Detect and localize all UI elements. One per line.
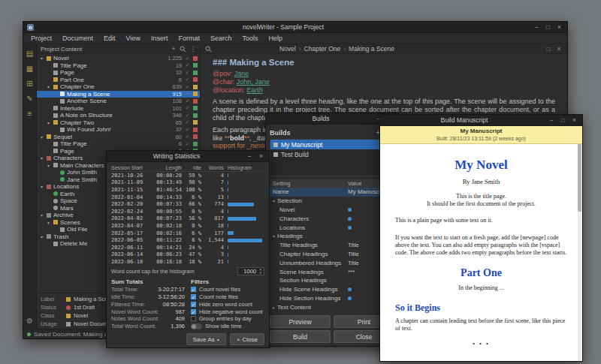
close-editor-icon[interactable]: × <box>555 45 563 53</box>
setting-title-headings[interactable]: Title HeadingsTitle <box>270 241 394 250</box>
stats-row[interactable]: 2022-01-0400:14:336 %13 <box>111 194 264 201</box>
build-item-test-build[interactable]: Test Build <box>270 149 394 159</box>
writing-stats-icon[interactable]: ≡ <box>28 110 32 118</box>
stats-row[interactable]: 2022-02-2400:00:550 %4 <box>111 208 264 215</box>
menu-edit[interactable]: Edit <box>98 33 121 44</box>
checkbox[interactable]: ✓ <box>191 302 196 307</box>
checkbox[interactable]: ✓ <box>191 287 196 292</box>
tree-item-chapter-two[interactable]: ▾Chapter Two65✓ <box>37 119 200 127</box>
more-options-icon[interactable]: ⋮ <box>190 44 197 53</box>
stats-row[interactable]: 2022-06-1800:16:1818 %21 <box>111 258 264 266</box>
build-manuscript-icon[interactable]: ✎ <box>26 95 32 103</box>
build-button[interactable]: Build <box>270 330 331 343</box>
builds-titlebar[interactable]: Builds − × <box>266 113 398 125</box>
build-item-my-manuscript[interactable]: My Manuscript <box>270 140 394 149</box>
idle-time-toggle[interactable] <box>191 323 202 329</box>
setting-selection[interactable]: ▾Selection <box>270 197 394 206</box>
close-icon[interactable]: × <box>257 152 265 161</box>
setting-unnumbered-headings[interactable]: Unnumbered HeadingsTitle <box>270 258 394 267</box>
menu-search[interactable]: Search <box>205 33 237 44</box>
breadcrumb-chapter[interactable]: Chapter One <box>304 45 341 53</box>
filter-show-idle-time[interactable]: Show idle time <box>191 323 264 330</box>
menu-format[interactable]: Format <box>173 33 205 44</box>
meta-value[interactable]: Earth <box>246 86 263 94</box>
settings-icon[interactable]: ⚙ <box>26 317 33 325</box>
tree-item-title-page[interactable]: Title Page19✓ <box>37 62 200 70</box>
stats-row[interactable]: 2021-11-0900:13:4998 %7 <box>111 179 264 187</box>
setting-hide-section-headings[interactable]: Hide Section Headings <box>270 294 394 303</box>
stats-row[interactable]: 2022-05-1700:02:166 %177 <box>111 230 264 237</box>
minimize-icon[interactable]: − <box>533 23 541 32</box>
minimize-icon[interactable]: − <box>246 152 254 161</box>
add-item-icon[interactable]: + <box>172 44 176 53</box>
spinner-arrows-icon[interactable]: ▴▾ <box>258 268 264 275</box>
menu-document[interactable]: Document <box>57 33 98 44</box>
setting-scene-headings[interactable]: Scene Headings*** <box>270 267 394 276</box>
tree-item-making-a-scene[interactable]: Making a Scene915✓ <box>37 91 200 98</box>
menu-help[interactable]: Help <box>264 33 288 44</box>
tree-item-sequel[interactable]: ▾Sequel60✓ <box>37 134 200 141</box>
preview-button[interactable]: Preview <box>270 315 331 328</box>
tree-item-novel[interactable]: ▾Novel1,225✓ <box>37 55 200 62</box>
setting-hide-scene-headings[interactable]: Hide Scene Headings <box>270 285 394 294</box>
tree-item-part-one[interactable]: Part One6✓ <box>37 77 200 84</box>
close-button[interactable]: × Close <box>230 333 264 345</box>
menu-project[interactable]: Project <box>26 33 57 44</box>
minimize-icon[interactable]: − <box>548 116 556 125</box>
search-icon[interactable] <box>180 46 186 53</box>
maximize-icon[interactable]: □ <box>559 116 567 125</box>
tree-item-title-page[interactable]: Title Page6✓ <box>37 140 200 148</box>
close-icon[interactable]: × <box>555 23 563 32</box>
stats-row[interactable]: 2021-10-2600:00:2859 %4 <box>111 172 264 179</box>
breadcrumb-novel[interactable]: Novel <box>279 45 296 53</box>
setting-section-headings[interactable]: Section Headings <box>270 276 394 285</box>
filter-hide-negative-word-count[interactable]: ✓Hide negative word count <box>191 308 264 315</box>
checkbox[interactable]: ✓ <box>191 309 196 314</box>
novel-view-icon[interactable]: ▦ <box>26 65 33 73</box>
stats-row[interactable]: 2022-06-0500:11:226 %1,544 <box>111 236 264 244</box>
expand-editor-icon[interactable]: □ <box>545 45 552 53</box>
setting-chapter-headings[interactable]: Chapter HeadingsTitle <box>270 250 394 259</box>
word-cap-spinner[interactable]: 1000 ▴▾ <box>237 267 264 275</box>
stats-row[interactable]: 2022-04-0200:07:2356 %817 <box>111 215 264 223</box>
maximize-icon[interactable]: □ <box>544 23 552 32</box>
meta-value[interactable]: John, Jane <box>237 78 270 86</box>
meta-value[interactable]: Jane <box>234 70 249 77</box>
tree-item-interlude[interactable]: Interlude101✓ <box>37 105 200 113</box>
filter-count-novel-files[interactable]: ✓Count novel files <box>191 286 264 293</box>
tree-item-another-scene[interactable]: Another Scene108✓ <box>37 98 200 105</box>
stats-row[interactable]: 2022-06-1400:06:2347 %3 <box>111 251 264 259</box>
filter-group-entries-by-day[interactable]: Group entries by day <box>191 315 264 323</box>
filter-hide-zero-word-count[interactable]: ✓Hide zero word count <box>191 300 264 308</box>
tree-item-page[interactable]: Page10✓ <box>37 69 200 77</box>
manuscript-titlebar[interactable]: Build Manuscript − □ × <box>380 115 582 126</box>
scrollbar-thumb[interactable] <box>578 144 581 212</box>
editor-search-icon[interactable] <box>205 46 212 53</box>
project-tree-icon[interactable]: ▤ <box>26 50 33 58</box>
filter-count-note-files[interactable]: ✓Count note files <box>191 293 264 301</box>
stats-titlebar[interactable]: Writing Statistics − × <box>107 151 269 162</box>
stats-row[interactable]: 2022-06-1100:14:2124 %4 <box>111 244 264 251</box>
close-icon[interactable]: × <box>570 116 578 125</box>
checkbox[interactable] <box>191 316 196 321</box>
checkbox[interactable]: ✓ <box>191 294 196 299</box>
stats-row[interactable]: 2022-04-0700:02:180 %18 <box>111 222 264 230</box>
tree-item-a-note-on-structure[interactable]: A Note on Structure346✓ <box>37 112 200 119</box>
scrollbar[interactable] <box>578 144 581 361</box>
breadcrumb-scene[interactable]: Making a Scene <box>349 45 394 53</box>
tree-item-chapter-one[interactable]: ▾Chapter One639✓ <box>37 83 200 91</box>
stats-row[interactable]: 2022-02-2000:07:3366 %774 <box>111 200 264 208</box>
setting-characters[interactable]: Characters <box>270 214 394 223</box>
menu-tools[interactable]: Tools <box>237 33 263 44</box>
save-as-button[interactable]: Save As ▾ <box>186 333 226 345</box>
setting-name[interactable]: NameMy Manuscript <box>270 188 394 197</box>
outline-icon[interactable]: ⊞ <box>26 80 32 88</box>
main-titlebar[interactable]: n novelWriter - Sample Project − □ × <box>23 22 567 33</box>
stats-row[interactable]: 2021-11-1501:46:54100 %5 <box>111 186 264 194</box>
setting-locations[interactable]: Locations <box>270 223 394 232</box>
manuscript-preview[interactable]: My Novel By Jane Smith This is the title… <box>380 144 582 361</box>
setting-headings[interactable]: ▾Headings <box>270 232 394 241</box>
setting-novel[interactable]: Novel <box>270 206 394 215</box>
tree-item-we-found-john[interactable]: We Found John!37✓ <box>37 126 200 134</box>
setting-text-content[interactable]: ▸Text Content <box>270 302 394 311</box>
